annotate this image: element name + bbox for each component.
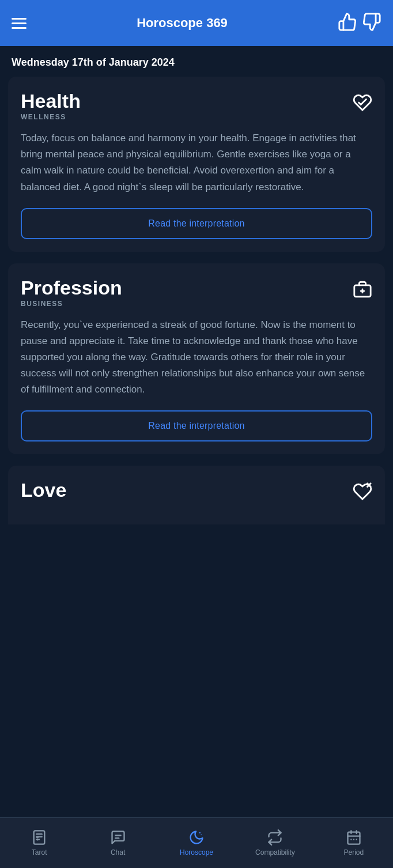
bottom-navigation: T Tarot Chat Horoscope Compatibility bbox=[0, 817, 393, 868]
health-card-subtitle: WELLNESS bbox=[21, 113, 81, 121]
love-icon bbox=[353, 482, 372, 506]
thumbs-up-button[interactable] bbox=[338, 12, 357, 35]
profession-card-body: Recently, you`ve experienced a streak of… bbox=[21, 317, 372, 398]
nav-tarot[interactable]: T Tarot bbox=[0, 829, 78, 856]
profession-card-header: Profession BUSINESS bbox=[21, 277, 372, 308]
love-card-title: Love bbox=[21, 480, 66, 501]
health-read-interpretation-button[interactable]: Read the interpretation bbox=[21, 208, 372, 239]
love-card-header: Love bbox=[21, 480, 372, 506]
svg-point-19 bbox=[353, 839, 354, 840]
health-icon bbox=[353, 93, 372, 117]
app-title: Horoscope 369 bbox=[137, 16, 228, 31]
profession-card: Profession BUSINESS Recently, you`ve exp… bbox=[8, 263, 385, 455]
nav-horoscope[interactable]: Horoscope bbox=[157, 829, 236, 856]
nav-compatibility-label: Compatibility bbox=[255, 848, 295, 856]
app-header: Horoscope 369 bbox=[0, 0, 393, 46]
svg-point-20 bbox=[356, 839, 357, 840]
svg-point-12 bbox=[199, 832, 201, 833]
menu-button[interactable] bbox=[12, 18, 27, 29]
rating-buttons bbox=[338, 12, 381, 35]
nav-horoscope-label: Horoscope bbox=[180, 848, 213, 856]
health-card-body: Today, focus on balance and harmony in y… bbox=[21, 130, 372, 195]
love-card-partial: Love bbox=[8, 466, 385, 524]
nav-period-label: Period bbox=[343, 848, 364, 856]
nav-chat[interactable]: Chat bbox=[78, 829, 157, 856]
nav-compatibility[interactable]: Compatibility bbox=[236, 829, 314, 856]
svg-text:T: T bbox=[36, 837, 39, 842]
profession-read-interpretation-button[interactable]: Read the interpretation bbox=[21, 410, 372, 441]
nav-tarot-label: Tarot bbox=[32, 848, 47, 856]
svg-rect-14 bbox=[347, 832, 360, 844]
svg-point-13 bbox=[201, 835, 202, 836]
health-card-header: Health WELLNESS bbox=[21, 90, 372, 121]
thumbs-down-button[interactable] bbox=[362, 12, 381, 35]
nav-chat-label: Chat bbox=[111, 848, 125, 856]
health-card: Health WELLNESS Today, focus on balance … bbox=[8, 77, 385, 252]
date-display: Wednesday 17th of January 2024 bbox=[0, 46, 393, 77]
profession-card-title: Profession bbox=[21, 277, 122, 299]
nav-period[interactable]: Period bbox=[315, 829, 393, 856]
profession-icon bbox=[353, 280, 372, 304]
svg-point-18 bbox=[350, 839, 352, 840]
health-card-title: Health bbox=[21, 90, 81, 112]
profession-card-subtitle: BUSINESS bbox=[21, 300, 122, 308]
